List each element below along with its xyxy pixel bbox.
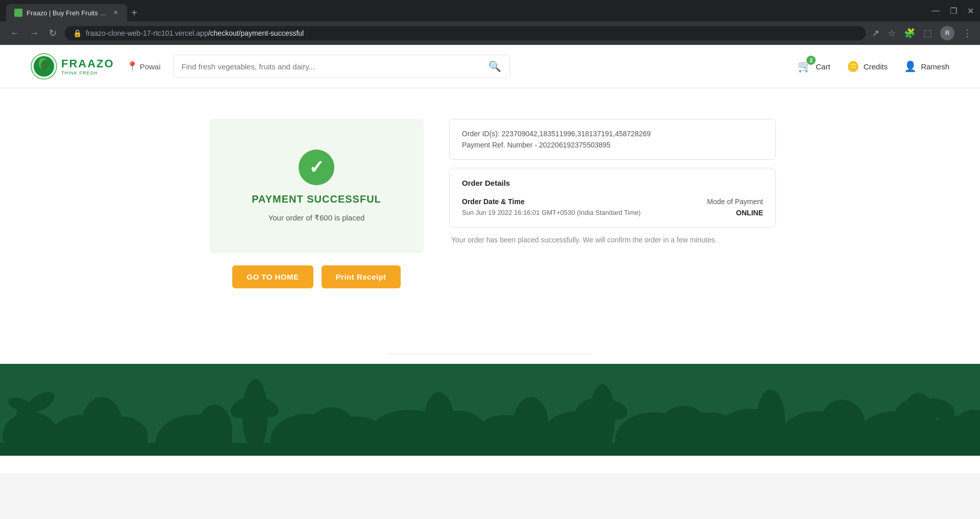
reload-button[interactable]: ↻ — [47, 26, 59, 41]
order-details-title: Order Details — [462, 179, 763, 187]
order-payment-mode-label: Mode of Payment — [707, 197, 763, 206]
success-panel: ✓ PAYMENT SUCCESSFUL Your order of ₹600 … — [209, 119, 424, 253]
order-date-section: Order Date & Time Sun Jun 19 2022 16:16:… — [462, 197, 641, 216]
cart-nav-item[interactable]: 🛒 2 Cart — [798, 60, 830, 73]
app-header: FRAAZO THINK FRESH 📍 Powai 🔍 🛒 2 Cart 🪙 — [0, 45, 980, 88]
payment-ref-value: 202206192375503895 — [539, 141, 610, 149]
logo-text: FRAAZO THINK FRESH — [61, 57, 114, 76]
browser-tab[interactable]: Fraazo | Buy Freh Fruits & Vegita × — [6, 4, 127, 21]
restore-button[interactable]: ❐ — [950, 6, 957, 16]
sidebar-icon[interactable]: ⬚ — [923, 28, 932, 39]
search-input[interactable] — [182, 62, 483, 71]
lock-icon: 🔒 — [73, 29, 82, 37]
new-tab-button[interactable]: + — [131, 7, 137, 19]
checkmark-icon: ✓ — [309, 157, 324, 178]
order-ids-label: Order ID(s): — [462, 130, 500, 138]
cart-icon-wrap: 🛒 2 — [798, 60, 812, 73]
search-icon[interactable]: 🔍 — [488, 60, 501, 72]
tab-close-button[interactable]: × — [112, 8, 119, 17]
logo-name: FRAAZO — [61, 57, 114, 70]
payment-success-title: PAYMENT SUCCESSFUL — [252, 193, 381, 205]
order-panel: Order ID(s): 223709042,183511996,3181371… — [449, 119, 776, 244]
browser-nav-bar: ← → ↻ 🔒 fraazo-clone-web-17-rtc101.verce… — [0, 21, 980, 45]
nav-actions: ↗ ☆ 🧩 ⬚ R ⋮ — [872, 26, 972, 40]
vegetables-silhouette — [0, 364, 980, 456]
svg-rect-43 — [0, 443, 980, 456]
order-date-value: Sun Jun 19 2022 16:16:01 GMT+0530 (India… — [462, 209, 641, 216]
footer-divider — [388, 354, 592, 354]
order-details-row: Order Date & Time Sun Jun 19 2022 16:16:… — [462, 197, 763, 217]
bookmark-icon[interactable]: ☆ — [888, 28, 896, 39]
print-receipt-button[interactable]: Print Receipt — [322, 265, 401, 288]
main-content: ✓ PAYMENT SUCCESSFUL Your order of ₹600 … — [0, 88, 980, 354]
location-icon: 📍 — [127, 61, 138, 72]
go-to-home-button[interactable]: GO TO HOME — [232, 265, 313, 288]
fraazo-logo-icon — [31, 53, 57, 80]
order-payment-section: Mode of Payment ONLINE — [707, 197, 763, 217]
order-date-label: Order Date & Time — [462, 197, 641, 206]
tab-favicon — [14, 9, 22, 17]
order-payment-mode-value: ONLINE — [707, 209, 763, 217]
confirmation-text: Your order has been placed successfully.… — [449, 236, 776, 244]
credits-label: Credits — [864, 62, 888, 71]
share-icon[interactable]: ↗ — [872, 28, 879, 39]
url-display: fraazo-clone-web-17-rtc101.vercel.app/ch… — [86, 29, 304, 37]
app-wrapper: FRAAZO THINK FRESH 📍 Powai 🔍 🛒 2 Cart 🪙 — [0, 45, 980, 474]
order-id-text: Order ID(s): 223709042,183511996,3181371… — [462, 130, 763, 138]
browser-title-bar: Fraazo | Buy Freh Fruits & Vegita × + — … — [0, 0, 980, 21]
logo-link[interactable]: FRAAZO THINK FRESH — [31, 53, 114, 80]
footer-decoration — [0, 354, 980, 456]
vegetables-background — [0, 364, 980, 456]
extensions-icon[interactable]: 🧩 — [904, 28, 915, 39]
user-label: Ramesh — [921, 62, 949, 71]
left-column: ✓ PAYMENT SUCCESSFUL Your order of ₹600 … — [204, 119, 429, 288]
window-controls: — ❐ ✕ — [932, 6, 974, 20]
svg-rect-7 — [35, 412, 37, 420]
minimize-button[interactable]: — — [932, 6, 940, 16]
profile-avatar[interactable]: R — [940, 26, 954, 40]
user-nav-item[interactable]: 👤 Ramesh — [904, 60, 949, 72]
payment-ref-text: Payment Ref. Number - 202206192375503895 — [462, 141, 763, 149]
tab-title: Fraazo | Buy Freh Fruits & Vegita — [27, 9, 108, 17]
order-placed-subtitle: Your order of ₹600 is placed — [268, 213, 365, 223]
location-selector[interactable]: 📍 Powai — [127, 61, 161, 72]
order-details-box: Order Details Order Date & Time Sun Jun … — [449, 168, 776, 228]
success-icon-circle: ✓ — [299, 150, 334, 185]
location-text: Powai — [140, 62, 161, 71]
menu-icon[interactable]: ⋮ — [963, 28, 972, 39]
action-buttons: GO TO HOME Print Receipt — [232, 265, 400, 288]
credits-icon: 🪙 — [847, 60, 860, 72]
header-right: 🛒 2 Cart 🪙 Credits 👤 Ramesh — [798, 60, 949, 73]
logo-tagline: THINK FRESH — [61, 70, 114, 76]
cart-label: Cart — [816, 62, 830, 71]
browser-chrome: Fraazo | Buy Freh Fruits & Vegita × + — … — [0, 0, 980, 45]
payment-ref-label: Payment Ref. Number - — [462, 141, 537, 149]
cart-badge: 2 — [806, 56, 816, 65]
close-button[interactable]: ✕ — [967, 6, 974, 16]
forward-button[interactable]: → — [28, 26, 41, 41]
credits-nav-item[interactable]: 🪙 Credits — [847, 60, 888, 72]
order-ids-value: 223709042,183511996,318137191,458728269 — [502, 130, 651, 138]
address-bar[interactable]: 🔒 fraazo-clone-web-17-rtc101.vercel.app/… — [65, 26, 866, 40]
back-button[interactable]: ← — [8, 26, 21, 41]
search-bar[interactable]: 🔍 — [173, 55, 510, 78]
user-icon: 👤 — [904, 60, 917, 72]
order-id-box: Order ID(s): 223709042,183511996,3181371… — [449, 119, 776, 160]
